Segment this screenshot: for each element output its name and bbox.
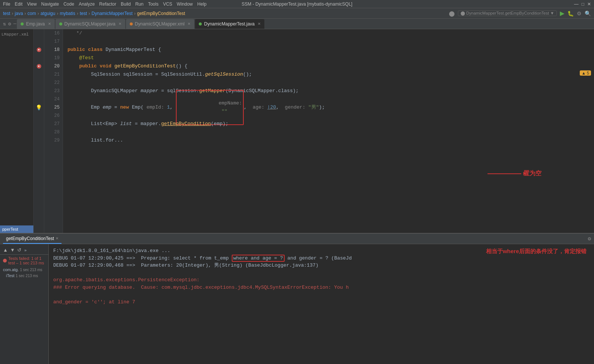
settings-btn[interactable]: ⚙ <box>577 10 582 16</box>
gutter-26 <box>34 112 44 120</box>
breadcrumb-test2[interactable]: test <box>80 11 87 16</box>
sidebar-active-item[interactable]: pperTest <box>0 225 33 233</box>
console-output[interactable]: 相当于where后面的条件没了，肯定报错 F:\jdk\jdk1.8.0_161… <box>49 244 594 364</box>
test-refresh-btn[interactable]: ↺ <box>17 247 21 253</box>
breadcrumb-java[interactable]: java <box>15 11 23 16</box>
breadcrumb-com[interactable]: com <box>27 11 36 16</box>
breadcrumb-method[interactable]: getEmpByConditionTest <box>137 11 185 16</box>
nav-bar: test › java › com › atguigu › mybatis › … <box>0 8 594 19</box>
console-line-7 <box>53 291 590 298</box>
minimize-btn[interactable]: — <box>574 1 579 7</box>
search-btn[interactable]: 🔍 <box>585 10 591 16</box>
minimize-tab-icon[interactable]: — <box>14 21 16 27</box>
run-button[interactable]: ▶ <box>560 10 564 17</box>
breadcrumb-class[interactable]: DynamicMapperTest <box>92 11 132 16</box>
tab-close-icon4[interactable]: ✕ <box>258 22 261 26</box>
test-item-1-time: 1 sec 213 ms <box>20 268 42 272</box>
code-scroll[interactable]: ● ● 💡 <box>34 29 594 233</box>
tab-close-icon3[interactable]: ✕ <box>188 22 190 26</box>
test-sidebar: ▲ ▼ ↺ » Tests failed: 1 of 1 test – 1 se… <box>0 244 49 364</box>
gutter-25: 💡 <box>34 103 44 112</box>
code-content[interactable]: ▲ 5 */ public class DynamicMapperTest { <box>63 29 594 233</box>
tab-dot-green3 <box>199 22 202 25</box>
code-line-16: */ <box>68 29 594 37</box>
menu-run[interactable]: Run <box>135 1 144 7</box>
tab-dynamic-test[interactable]: DynamicMapperTest.java ✕ <box>195 19 264 29</box>
ln-18: 18 <box>44 46 63 54</box>
menu-analyze[interactable]: Analyze <box>79 1 95 7</box>
bottom-content: ▲ ▼ ↺ » Tests failed: 1 of 1 test – 1 se… <box>0 244 594 364</box>
ln-26: 26 <box>44 112 63 120</box>
tab-close-icon2[interactable]: ✕ <box>118 22 122 26</box>
test-item-2-label: iTest <box>6 273 15 278</box>
menu-window[interactable]: Window <box>177 1 193 7</box>
ln-25: 25 <box>44 103 63 112</box>
gutter-21 <box>34 70 44 79</box>
bottom-panel: getEmpByConditionTest ✕ ⚙ ▲ ▼ ↺ » Tests … <box>0 233 594 364</box>
marker-red-20: ● <box>37 64 41 69</box>
tab-label: Emp.java <box>26 21 45 27</box>
menu-vcs[interactable]: VCS <box>163 1 172 7</box>
gear-tab-icon[interactable]: ⚙ <box>8 21 11 27</box>
status-fail-dot <box>3 259 7 263</box>
test-item-1-label: com.atg. <box>3 267 19 272</box>
test-item-2[interactable]: iTest 1 sec 213 ms <box>0 273 48 279</box>
menu-build[interactable]: Build <box>121 1 131 7</box>
tab-dot-green2 <box>59 22 62 25</box>
menu-navigate[interactable]: Navigate <box>41 1 59 7</box>
gutter-16 <box>34 29 44 37</box>
menu-refactor[interactable]: Refactor <box>99 1 116 7</box>
menu-file[interactable]: File <box>3 1 10 7</box>
arrow-annotation: ▶ 置为空 <box>488 170 542 178</box>
ln-21: 21 <box>44 70 63 79</box>
menu-help[interactable]: Help <box>197 1 207 7</box>
tab-dynamic-java[interactable]: DynamicSQLMapper.java ✕ <box>56 19 125 29</box>
line-numbers: 16 17 18 19 20 21 22 23 24 25 26 27 28 2… <box>44 29 63 233</box>
test-toolbar: ▲ ▼ ↺ » <box>0 246 48 255</box>
code-area: LMapper.xml pperTest ● ● <box>0 29 594 233</box>
menu-tools[interactable]: Tools <box>148 1 159 7</box>
code-line-29: list.for... <box>68 136 594 145</box>
close-btn[interactable]: ✕ <box>587 1 591 7</box>
main-layout: LMapper.xml pperTest ● ● <box>0 29 594 364</box>
debug-btn[interactable]: 🐛 <box>567 10 574 16</box>
tab-controls: ⇅ ⚙ — <box>3 21 16 27</box>
ln-29: 29 <box>44 136 63 145</box>
split-left-icon[interactable]: ⇅ <box>3 21 6 27</box>
gutter-23 <box>34 87 44 95</box>
console-line-1: F:\jdk\jdk1.8.0_161_x64\bin\java.exe ... <box>53 247 590 255</box>
code-line-23: DynamicSQLMapper mapper = sqlSession.get… <box>68 87 594 95</box>
sidebar-label-mapper: LMapper.xml <box>0 29 33 40</box>
breadcrumb-atguigu[interactable]: atguigu <box>40 11 55 16</box>
ln-20: 20 <box>44 62 63 70</box>
tab-emp-java[interactable]: Emp.java ✕ <box>17 19 54 29</box>
code-line-22 <box>68 79 594 87</box>
menu-view[interactable]: View <box>27 1 37 7</box>
test-down-btn[interactable]: ▼ <box>10 247 15 253</box>
console-line-8: and_gender = 'c''; at line 7 <box>53 298 590 306</box>
bottom-gear-icon[interactable]: ⚙ <box>588 236 591 242</box>
tab-label3: DynamicSQLMapper.xml <box>135 21 185 27</box>
where-highlight: where and age = ? <box>232 255 285 262</box>
console-line-6: ### Error querying database. Cause: com.… <box>53 284 590 291</box>
tab-dynamic-xml[interactable]: DynamicSQLMapper.xml ✕ <box>126 19 195 29</box>
maximize-btn[interactable]: □ <box>582 1 584 7</box>
menu-code[interactable]: Code <box>63 1 74 7</box>
breadcrumb-test[interactable]: test <box>3 11 10 16</box>
left-sidebar: LMapper.xml pperTest <box>0 29 34 233</box>
menu-edit[interactable]: Edit <box>15 1 22 7</box>
breadcrumb-mybatis[interactable]: mybatis <box>60 11 75 16</box>
code-panel: ● ● 💡 <box>34 29 594 233</box>
menu-bar: File Edit View Navigate Code Analyze Ref… <box>0 0 594 8</box>
gutter-22 <box>34 79 44 87</box>
test-more-icon[interactable]: » <box>24 248 27 252</box>
gutter-24 <box>34 95 44 103</box>
tab-close-icon[interactable]: ✕ <box>48 22 51 26</box>
bottom-tab-test[interactable]: getEmpByConditionTest ✕ <box>3 234 62 244</box>
test-up-btn[interactable]: ▲ <box>3 247 8 253</box>
ln-22: 22 <box>44 79 63 87</box>
bottom-tab-close-icon[interactable]: ✕ <box>56 236 58 240</box>
test-item-1[interactable]: com.atg. 1 sec 213 ms <box>0 267 48 273</box>
back-btn[interactable]: ⬤ <box>449 10 455 16</box>
code-line-28 <box>68 128 594 136</box>
